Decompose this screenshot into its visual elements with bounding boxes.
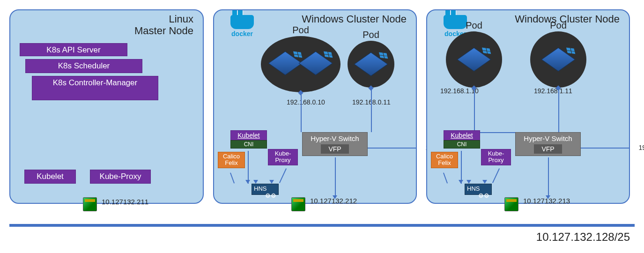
hyper-v-switch: Hyper-V Switch VFP [515,132,581,156]
arrowhead-icon [466,180,471,184]
nic-ip: 10.127132.211 [102,198,148,206]
connector [474,132,515,133]
kube-proxy: Kube-Proxy [90,170,151,184]
connector [371,90,372,132]
connector [248,151,249,184]
windows-cluster-node-2: Windows Cluster Node docker Pod Pod 192.… [426,9,630,204]
kubelet: Kubelet [24,170,76,184]
connector [581,148,630,149]
container-cube-icon [354,52,388,76]
windows-cluster-node-1: Windows Cluster Node docker Pod Pod 192.… [213,9,417,204]
calico-felix: Calico Felix [218,152,245,168]
connector [548,157,549,197]
k8s-api-server: K8s API Server [20,43,127,56]
docker-logo-icon: docker [221,15,263,37]
hvswitch-label: Hyper-V Switch [303,133,367,144]
nic-ip: 10.127132.213 [523,197,570,205]
connector [474,90,475,132]
pod-label: Pod [550,20,567,31]
container-cube-icon [541,47,575,71]
cni: CNI [444,140,480,149]
arrowhead-icon [269,180,274,184]
pod-1: Pod [261,36,341,92]
kubelet: Kubelet [444,130,480,140]
connector [279,168,287,183]
vfp: VFP [321,144,349,154]
node-title: Windows Cluster Node [302,13,407,25]
cluster-diagram: Linux Master Node K8s API Server K8s Sch… [0,0,644,208]
nic-icon [83,197,97,211]
kubelet-box: Kubelet CNI [230,130,267,149]
pod-label: Pod [292,25,309,36]
pod-subnet: 192.168.1.0/24 [639,144,644,151]
k8s-controller-manager: K8s Controller-Manager [32,76,158,100]
underlay-network-line [9,224,635,227]
kubelet: Kubelet [230,130,267,140]
connector [558,90,559,132]
connector [301,95,302,132]
node-title: Linux Master Node [134,13,193,37]
connector [443,172,448,183]
container-cube-icon [268,51,302,75]
connector [461,151,462,184]
connector [368,148,417,149]
nic-ip: 10.127132.212 [310,197,357,205]
connector [230,172,235,183]
hns-label: HNS [467,185,480,192]
arrowhead-icon [459,180,463,184]
docker-label: docker [231,30,253,37]
pod-label: Pod [363,30,379,40]
connector [335,157,336,197]
gear-icon: ⚙⚙ [478,192,489,199]
arrowhead-icon [253,180,258,184]
hyper-v-switch: Hyper-V Switch VFP [302,132,368,156]
pod-1: Pod [446,31,502,88]
pod-ip-1: 192.168.0.10 [287,98,325,106]
pod-ip-2: 192.168.1.11 [534,87,572,95]
nic-icon [504,197,518,211]
kube-proxy: Kube- Proxy [481,149,511,165]
k8s-scheduler: K8s Scheduler [25,59,142,73]
hns: HNS ⚙⚙ [465,184,492,195]
gear-icon: ⚙⚙ [265,192,276,199]
kubelet-box: Kubelet CNI [444,130,480,149]
cni: CNI [230,140,267,149]
vfp: VFP [534,144,562,154]
underlay-subnet: 10.127.132.128/25 [536,231,630,244]
container-cube-icon [298,51,333,75]
pod-2: Pod [530,31,586,88]
calico-felix: Calico Felix [431,152,458,168]
container-cube-icon [457,47,491,71]
hvswitch-label: Hyper-V Switch [516,133,580,144]
arrowhead-icon [245,180,250,184]
kube-proxy: Kube- Proxy [268,149,298,165]
pod-label: Pod [466,20,482,31]
hns: HNS ⚙⚙ [252,184,279,195]
pod-2: Pod [348,41,394,88]
arrowhead-icon [482,180,487,184]
linux-master-node: Linux Master Node K8s API Server K8s Sch… [9,9,204,204]
hns-label: HNS [254,185,266,192]
nic-icon [291,197,305,211]
connector [492,168,500,183]
node-title: Windows Cluster Node [515,13,620,25]
